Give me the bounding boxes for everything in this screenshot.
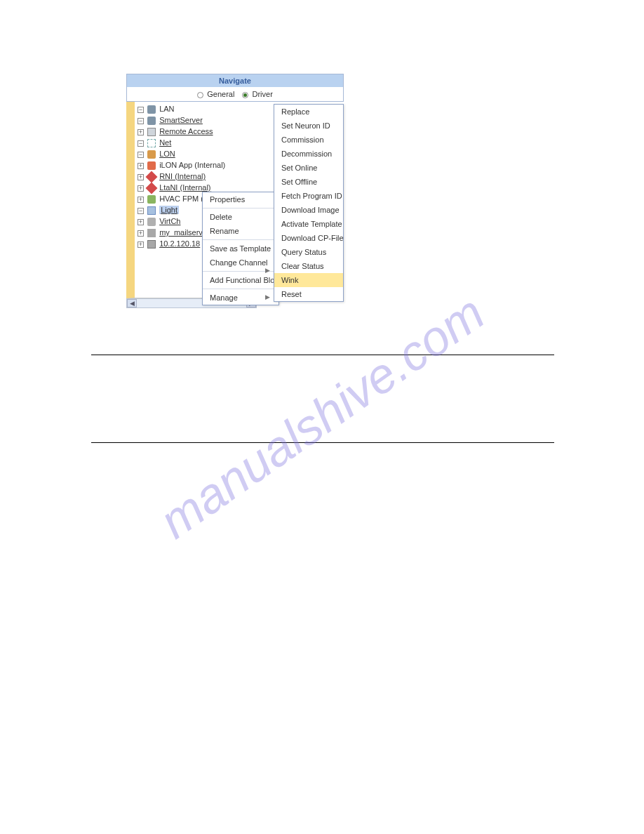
server-icon <box>147 117 156 125</box>
collapse-icon[interactable]: − <box>137 208 144 214</box>
watermark-text: manualshive.com <box>150 285 495 549</box>
submenu-fetch-program-id[interactable]: Fetch Program ID <box>274 189 343 203</box>
mode-general-label: General <box>207 90 234 98</box>
expand-icon[interactable]: + <box>137 219 144 225</box>
page-divider <box>91 355 554 355</box>
menu-manage[interactable]: Manage▶ <box>203 291 279 305</box>
submenu-replace[interactable]: Replace <box>274 105 343 119</box>
expand-icon[interactable]: + <box>137 241 144 248</box>
menu-label: Save as Template <box>210 244 271 253</box>
collapse-icon[interactable]: − <box>137 152 144 158</box>
radio-icon <box>197 92 203 98</box>
submenu-decommission[interactable]: Decommission <box>274 147 343 161</box>
tree-label[interactable]: Light <box>159 206 179 214</box>
menu-label: Download CP-File <box>281 234 344 242</box>
menu-add-functional-block[interactable]: Add Functional Block <box>203 273 279 287</box>
app-icon <box>147 161 156 170</box>
menu-label: Decommission <box>281 150 332 158</box>
menu-label: Download Image <box>281 206 340 214</box>
menu-label: Properties <box>210 195 245 204</box>
menu-label: Set Offline <box>281 178 317 186</box>
context-menu: Properties Delete Rename Save as Templat… <box>202 192 279 305</box>
menu-delete[interactable]: Delete <box>203 210 279 224</box>
lan-icon <box>147 105 156 114</box>
tree-label: LAN <box>159 105 174 113</box>
menu-label: Manage <box>210 293 238 302</box>
menu-label: Commission <box>281 135 324 144</box>
page-divider <box>91 442 554 443</box>
menu-label: Change Channel <box>210 258 268 267</box>
submenu-set-offline[interactable]: Set Offline <box>274 175 343 189</box>
submenu-wink[interactable]: Wink <box>274 273 343 287</box>
navigate-header: Navigate <box>126 74 344 87</box>
expand-icon[interactable]: + <box>137 174 144 180</box>
tree-label[interactable]: RNI (Internal) <box>159 172 206 180</box>
light-icon <box>147 206 156 215</box>
menu-separator <box>203 289 279 289</box>
menu-label: Query Status <box>281 248 326 256</box>
mail-icon <box>147 229 156 237</box>
lon-icon <box>147 150 156 159</box>
expand-icon[interactable]: + <box>137 163 144 169</box>
submenu-download-cp-file[interactable]: Download CP-File <box>274 231 343 245</box>
collapse-icon[interactable]: − <box>137 107 144 113</box>
tree-label[interactable]: VirtCh <box>159 217 180 225</box>
manage-submenu: Replace Set Neuron ID Commission Decommi… <box>274 104 344 302</box>
menu-change-channel[interactable]: Change Channel▶ <box>203 256 279 270</box>
tree-label[interactable]: LON <box>159 150 175 158</box>
menu-save-as-template[interactable]: Save as Template <box>203 241 279 256</box>
menu-label: Add Functional Block <box>210 276 282 284</box>
menu-separator <box>203 208 279 208</box>
menu-label: Delete <box>210 213 232 221</box>
menu-label: Set Online <box>281 164 317 172</box>
tree-label[interactable]: my_mailserv <box>159 228 203 237</box>
expand-icon[interactable]: + <box>137 129 144 135</box>
remote-icon <box>147 128 156 136</box>
radio-icon <box>242 92 248 98</box>
scroll-left-icon[interactable]: ◀ <box>127 299 137 307</box>
expand-icon[interactable]: + <box>137 197 144 203</box>
tree-label[interactable]: SmartServer <box>159 116 203 124</box>
host-icon <box>147 240 156 249</box>
watermark: manualshive.com <box>149 284 495 550</box>
tree-label[interactable]: Remote Access <box>159 127 213 135</box>
submenu-arrow-icon: ▶ <box>265 267 270 274</box>
submenu-commission[interactable]: Commission <box>274 133 343 147</box>
submenu-reset[interactable]: Reset <box>274 287 343 301</box>
menu-label: Activate Template <box>281 220 342 228</box>
menu-label: Reset <box>281 290 302 298</box>
menu-label: Replace <box>281 107 309 116</box>
tree-label[interactable]: Net <box>159 138 171 147</box>
submenu-activate-template[interactable]: Activate Template <box>274 217 343 231</box>
tree-label[interactable]: 10.2.120.18 <box>159 239 200 248</box>
menu-label: Set Neuron ID <box>281 121 330 130</box>
collapse-icon[interactable]: − <box>137 140 144 147</box>
submenu-set-online[interactable]: Set Online <box>274 161 343 175</box>
submenu-download-image[interactable]: Download Image <box>274 203 343 217</box>
hvac-icon <box>147 195 156 204</box>
net-icon <box>147 139 156 147</box>
mode-driver-label: Driver <box>252 90 272 98</box>
mode-general[interactable]: General <box>197 90 236 98</box>
mode-selector: General Driver <box>126 87 344 102</box>
mode-driver[interactable]: Driver <box>242 90 272 98</box>
menu-label: Wink <box>281 276 298 284</box>
tree-label[interactable]: LtaNI (Internal) <box>159 183 210 192</box>
navigate-title: Navigate <box>219 77 251 85</box>
expand-icon[interactable]: + <box>137 185 144 192</box>
menu-label: Clear Status <box>281 262 324 270</box>
submenu-clear-status[interactable]: Clear Status <box>274 259 343 273</box>
submenu-arrow-icon: ▶ <box>265 293 270 300</box>
expand-icon[interactable]: + <box>137 230 144 237</box>
submenu-query-status[interactable]: Query Status <box>274 245 343 259</box>
menu-properties[interactable]: Properties <box>203 192 279 206</box>
tree-label: iLON App (Internal) <box>159 161 225 169</box>
menu-label: Rename <box>210 227 239 235</box>
virtch-icon <box>147 218 156 226</box>
menu-rename[interactable]: Rename <box>203 224 279 238</box>
submenu-set-neuron-id[interactable]: Set Neuron ID <box>274 119 343 133</box>
menu-label: Fetch Program ID <box>281 192 342 200</box>
menu-separator <box>203 239 279 240</box>
collapse-icon[interactable]: − <box>137 118 144 124</box>
